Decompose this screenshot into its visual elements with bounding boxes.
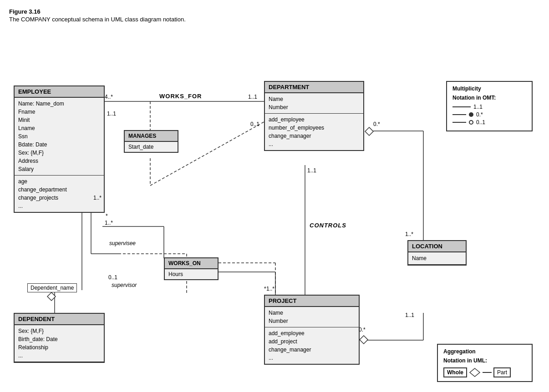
proj-location-diamond <box>359 335 369 346</box>
location-proj-mult: 1..1 <box>405 312 414 318</box>
project-class: PROJECT Name Number add_employee add_pro… <box>264 295 360 365</box>
notation-label-2: 0.* <box>476 111 483 118</box>
employee-attrs: Name: Name_dom Fname Minit Lname Ssn Bda… <box>15 98 104 176</box>
works-for-label: WORKS_FOR <box>159 93 202 100</box>
dept-controls-mult: 1..1 <box>307 167 316 174</box>
works-for-emp-mult: 4..* <box>105 94 113 100</box>
aggregation-notation-box: Aggregation Notation in UML: Whole Part <box>437 344 533 382</box>
works-on-box: WORKS_ON Hours <box>164 257 219 280</box>
figure-caption: The COMPANY conceptual schema in UML cla… <box>9 16 540 23</box>
department-methods: add_employee number_of_employees change_… <box>265 114 363 150</box>
figure-title: Figure 3.16 <box>9 8 540 15</box>
manages-box: MANAGES Start_date <box>124 130 178 153</box>
location-attrs: Name <box>408 252 466 265</box>
agg-part-label: Part <box>493 367 511 377</box>
notation-label-3: 0..1 <box>476 119 485 126</box>
svg-marker-23 <box>365 127 373 136</box>
project-header: PROJECT <box>265 296 359 307</box>
supervisee-mult: * <box>106 213 108 219</box>
dependent-diamond <box>46 291 56 303</box>
agg-line <box>483 372 492 373</box>
manages-attrs: Start_date <box>125 142 178 152</box>
manages-dept-mult: 0..1 <box>250 121 259 127</box>
works-on-header: WORKS_ON <box>165 258 218 269</box>
supervisee-label: supervisee <box>109 240 136 246</box>
dependent-header: DEPENDENT <box>15 314 104 325</box>
filled-circle-icon <box>469 112 473 117</box>
works-on-emp-mult: 1..* <box>105 220 113 226</box>
supervisor-emp-mult: 1..* <box>93 195 102 201</box>
notation-line-1 <box>452 106 471 107</box>
department-header: DEPARTMENT <box>265 82 363 93</box>
dependent-attrs: Sex: {M,F} Birth_date: Date Relationship… <box>15 325 104 362</box>
dependent-diamond-svg <box>46 291 56 302</box>
agg-title2: Notation in UML: <box>443 357 526 364</box>
controls-label: CONTROLS <box>310 222 346 229</box>
svg-marker-22 <box>47 292 56 301</box>
dept-location-diamond <box>364 126 374 138</box>
agg-title1: Aggregation <box>443 348 526 355</box>
notation-title1: Multiplicity <box>452 85 526 92</box>
open-circle-icon <box>469 120 473 125</box>
notation-title2: Notation in OMT: <box>452 95 526 101</box>
dept-location-diamond-svg <box>364 126 374 136</box>
manages-header: MANAGES <box>125 131 178 142</box>
works-on-proj-mult: * <box>264 286 266 292</box>
works-on-attrs: Hours <box>165 269 218 279</box>
agg-row: Whole Part <box>443 367 526 377</box>
svg-marker-24 <box>360 336 368 344</box>
svg-marker-25 <box>470 368 480 377</box>
supervisor-label: supervisor <box>112 282 137 288</box>
manages-emp-mult: 1..1 <box>107 111 116 117</box>
works-for-dept-mult: 1..1 <box>248 94 257 100</box>
dept-location-mult: 0.* <box>373 121 380 127</box>
notation-row-3: 0..1 <box>452 119 526 126</box>
location-dept-mult: 1..* <box>405 231 413 237</box>
proj-location-mult: 0.* <box>359 327 366 333</box>
diagram-area: EMPLOYEE Name: Name_dom Fname Minit Lnam… <box>9 31 537 390</box>
notation-row-1: 1..1 <box>452 104 526 110</box>
employee-header: EMPLOYEE <box>15 86 104 98</box>
notation-label-1: 1..1 <box>473 104 483 110</box>
notation-row-2: 0.* <box>452 111 526 118</box>
multiplicity-notation-box: Multiplicity Notation in OMT: 1..1 0.* 0… <box>446 81 533 131</box>
project-attrs: Name Number <box>265 307 359 327</box>
department-attrs: Name Number <box>265 93 363 114</box>
location-class: LOCATION Name <box>407 240 467 266</box>
proj-location-diamond-svg <box>359 335 369 345</box>
notation-line-3 <box>452 122 466 123</box>
employee-methods: age change_department change_projects ..… <box>15 176 104 212</box>
agg-diamond-svg <box>469 367 481 377</box>
project-methods: add_employee add_project change_manager … <box>265 327 359 364</box>
employee-class: EMPLOYEE Name: Name_dom Fname Minit Lnam… <box>14 85 105 213</box>
agg-whole-label: Whole <box>443 367 467 377</box>
notation-line-2 <box>452 114 466 115</box>
dependent-class: DEPENDENT Sex: {M,F} Birth_date: Date Re… <box>14 313 105 363</box>
proj-controls-mult: 1..* <box>266 286 274 292</box>
department-class: DEPARTMENT Name Number add_employee numb… <box>264 81 364 151</box>
supervisor-mult: 0..1 <box>108 274 117 281</box>
dependent-name-box: Dependent_name <box>27 283 77 292</box>
location-header: LOCATION <box>408 241 466 252</box>
